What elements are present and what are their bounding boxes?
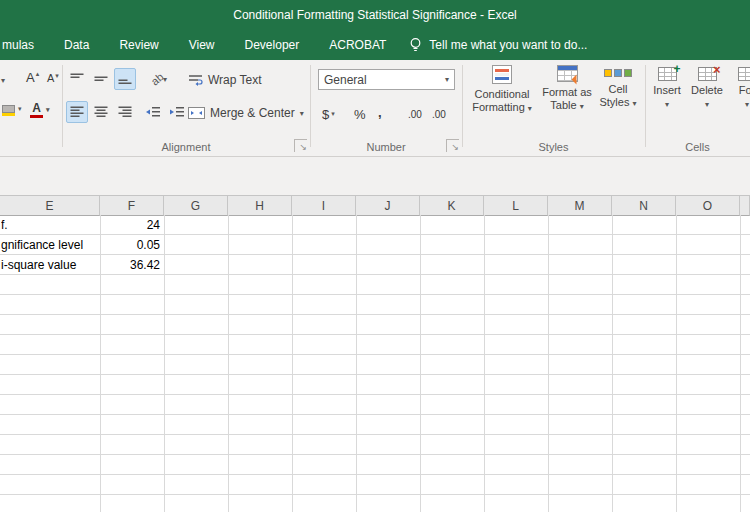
column-header-m[interactable]: M xyxy=(548,196,612,216)
align-right-button[interactable] xyxy=(114,101,136,123)
tab-formulas[interactable]: mulas xyxy=(0,30,49,60)
conditional-formatting-button[interactable]: Conditional Formatting ▾ xyxy=(466,65,538,115)
cell-styles-button[interactable]: Cell Styles ▾ xyxy=(594,65,642,110)
number-dialog-launcher[interactable]: ↘ xyxy=(446,139,459,152)
middle-align-button[interactable] xyxy=(90,68,112,90)
column-header-j[interactable]: J xyxy=(356,196,420,216)
align-center-button[interactable] xyxy=(90,101,112,123)
group-divider xyxy=(310,65,311,147)
middle-align-icon xyxy=(94,73,108,85)
decrease-decimal-button[interactable]: .00 xyxy=(432,104,446,124)
column-header-o[interactable]: O xyxy=(676,196,740,216)
merge-center-button[interactable]: Merge & Center ▾ xyxy=(188,103,304,123)
column-header-k[interactable]: K xyxy=(420,196,484,216)
conditional-formatting-icon xyxy=(492,65,512,84)
number-format-value: General xyxy=(324,73,367,87)
insert-button[interactable]: + Insert ▾ xyxy=(650,67,684,109)
column-header-l[interactable]: L xyxy=(484,196,548,216)
number-format-select[interactable]: General ▾ xyxy=(318,69,455,90)
column-header-g[interactable]: G xyxy=(164,196,228,216)
decrease-indent-button[interactable] xyxy=(142,101,164,123)
grid-line xyxy=(740,215,741,512)
delete-button[interactable]: × Delete ▾ xyxy=(690,67,724,109)
decrease-indent-icon xyxy=(145,106,161,118)
column-header-f[interactable]: F xyxy=(100,196,164,216)
grid-cells[interactable]: f. 24 gnificance level 0.05 i-square val… xyxy=(0,215,750,512)
font-color-button[interactable]: A ▾ xyxy=(30,101,50,118)
wrap-text-button[interactable]: Wrap Text xyxy=(188,70,262,90)
cell-e1-label[interactable]: f. xyxy=(1,215,98,235)
fill-color-icon xyxy=(2,105,15,113)
cell-styles-icon xyxy=(604,69,632,77)
column-header-partial[interactable] xyxy=(740,196,750,216)
grid-line xyxy=(484,215,485,512)
wrap-text-icon xyxy=(188,74,203,86)
increase-decimal-button[interactable]: .00 xyxy=(408,104,422,124)
top-align-icon xyxy=(70,73,84,85)
shrink-font-button[interactable]: A▾ xyxy=(47,72,59,84)
cell-e2-label[interactable]: gnificance level xyxy=(1,235,98,255)
grid-line xyxy=(356,215,357,512)
wrap-text-label: Wrap Text xyxy=(208,73,262,87)
format-as-table-button[interactable]: Format as Table ▾ xyxy=(538,65,596,113)
tab-developer[interactable]: Developer xyxy=(230,30,315,60)
top-align-button[interactable] xyxy=(66,68,88,90)
column-header-n[interactable]: N xyxy=(612,196,676,216)
chevron-down-icon: ▾ xyxy=(745,100,749,109)
window-title: Conditional Formatting Statistical Signi… xyxy=(233,8,516,22)
excel-window: Conditional Formatting Statistical Signi… xyxy=(0,0,750,512)
cell-f2-value[interactable]: 0.05 xyxy=(100,235,160,255)
percent-style-button[interactable]: % xyxy=(354,104,366,124)
group-divider xyxy=(462,65,463,147)
tab-view[interactable]: View xyxy=(174,30,230,60)
formula-bar-area xyxy=(0,157,750,195)
grow-font-button[interactable]: A▴ xyxy=(26,70,39,85)
tell-me-box[interactable]: Tell me what you want to do... xyxy=(409,30,587,60)
format-button[interactable]: For ▾ xyxy=(730,67,750,109)
orientation-icon: ab xyxy=(148,70,165,87)
align-left-button[interactable] xyxy=(66,101,88,123)
orientation-button[interactable]: ab ▾ xyxy=(144,68,174,90)
bottom-align-button[interactable] xyxy=(114,68,136,90)
shrink-caret-icon: ▾ xyxy=(55,72,59,80)
ribbon-tab-bar: mulas Data Review View Developer ACROBAT… xyxy=(0,30,750,60)
align-left-icon xyxy=(70,106,84,118)
insert-cells-icon: + xyxy=(658,67,677,81)
chevron-down-icon: ▾ xyxy=(445,75,449,84)
align-center-icon xyxy=(94,106,108,118)
font-color-icon: A xyxy=(30,101,43,118)
group-divider xyxy=(62,65,63,147)
delete-cells-icon: × xyxy=(698,67,717,81)
column-header-i[interactable]: I xyxy=(292,196,356,216)
cell-f1-value[interactable]: 24 xyxy=(100,215,160,235)
increase-indent-icon xyxy=(169,106,185,118)
tab-data[interactable]: Data xyxy=(49,30,104,60)
comma-style-button[interactable]: , xyxy=(378,102,382,122)
column-header-h[interactable]: H xyxy=(228,196,292,216)
group-divider xyxy=(645,65,646,147)
titlebar: Conditional Formatting Statistical Signi… xyxy=(0,0,750,30)
merge-center-icon xyxy=(188,107,205,119)
tab-review[interactable]: Review xyxy=(104,30,173,60)
grid-line xyxy=(612,215,613,512)
grid-line xyxy=(676,215,677,512)
grid-line xyxy=(292,215,293,512)
format-cells-icon xyxy=(738,67,750,81)
chevron-down-icon: ▾ xyxy=(665,100,669,109)
alignment-dialog-launcher[interactable]: ↘ xyxy=(294,139,307,152)
tell-me-label: Tell me what you want to do... xyxy=(429,38,587,52)
cells-group-label: Cells xyxy=(645,141,750,153)
cell-e3-label[interactable]: i-square value xyxy=(1,255,98,275)
tab-acrobat[interactable]: ACROBAT xyxy=(314,30,401,60)
grid-line xyxy=(164,215,165,512)
cut-dropdown-arrow[interactable]: ▾ xyxy=(1,76,5,85)
number-group-label: Number xyxy=(310,141,462,153)
column-header-e[interactable]: E xyxy=(0,196,100,216)
grid-line xyxy=(100,215,101,512)
fill-color-button[interactable]: ▾ xyxy=(2,105,22,113)
bottom-align-icon xyxy=(118,73,132,85)
format-as-table-icon xyxy=(557,65,578,82)
increase-indent-button[interactable] xyxy=(166,101,188,123)
cell-f3-value[interactable]: 36.42 xyxy=(100,255,160,275)
accounting-format-button[interactable]: $ ▾ xyxy=(322,104,335,124)
